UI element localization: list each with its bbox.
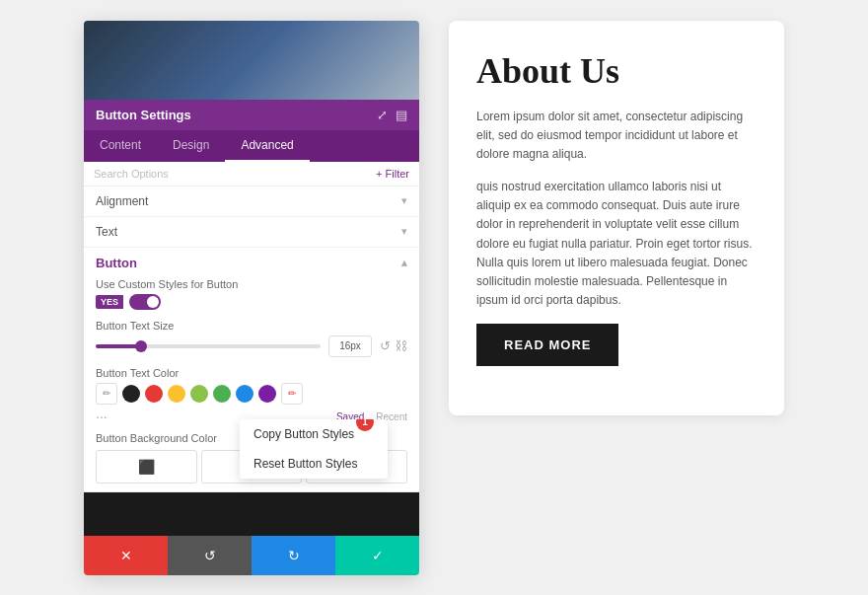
reset-button-styles-item[interactable]: Reset Button Styles: [240, 449, 388, 479]
tab-advanced[interactable]: Advanced: [225, 130, 309, 162]
color-swatch-black[interactable]: [122, 385, 140, 403]
panel-search-bar: Search Options + Filter: [84, 162, 419, 186]
text-size-slider-row: 16px ↺ ⛓: [96, 335, 407, 357]
filter-button[interactable]: + Filter: [376, 168, 409, 180]
panel-title: Button Settings: [96, 108, 191, 122]
context-menu-badge: 1: [356, 419, 374, 431]
text-label: Text: [96, 225, 117, 239]
color-picker-icon[interactable]: ✏: [96, 383, 117, 405]
copy-button-styles-item[interactable]: Copy Button Styles: [240, 419, 368, 449]
text-size-label: Button Text Size: [96, 320, 407, 332]
redo-icon: ↻: [288, 548, 300, 563]
text-color-label: Button Text Color: [96, 367, 407, 379]
custom-styles-field: Use Custom Styles for Button YES: [96, 278, 407, 310]
confirm-icon: ✓: [372, 548, 384, 563]
preview-title: About Us: [476, 50, 757, 92]
color-swatch-yellow[interactable]: [168, 385, 185, 403]
button-collapse-icon[interactable]: ▴: [401, 257, 407, 269]
panel-hero-image: [84, 21, 419, 100]
tab-design[interactable]: Design: [157, 130, 225, 162]
alignment-section-row[interactable]: Alignment ▾: [84, 186, 419, 217]
settings-panel: Button Settings ⤢ ▤ Content Design Advan…: [84, 21, 419, 575]
reset-slider-icon[interactable]: ↺: [380, 338, 391, 353]
read-more-button[interactable]: READ MORE: [476, 324, 618, 366]
color-swatch-purple[interactable]: [258, 385, 276, 403]
preview-text-2: quis nostrud exercitation ullamco labori…: [476, 178, 757, 310]
alignment-label: Alignment: [96, 194, 148, 208]
toggle-thumb: [147, 296, 159, 308]
text-size-field: Button Text Size 16px ↺ ⛓: [96, 320, 407, 357]
slider-thumb[interactable]: [135, 340, 147, 352]
cancel-button[interactable]: ✕: [84, 536, 168, 575]
sidebar-icon[interactable]: ▤: [396, 108, 407, 122]
slider-action-buttons: ↺ ⛓: [380, 338, 407, 353]
cancel-icon: ✕: [120, 548, 132, 563]
panel-bottom-bar: ✕ ↺ ↻ ✓: [84, 536, 419, 575]
preview-panel: About Us Lorem ipsum dolor sit amet, con…: [449, 21, 784, 415]
undo-button[interactable]: ↺: [168, 536, 252, 575]
alignment-chevron-icon: ▾: [401, 194, 407, 207]
color-swatch-green[interactable]: [213, 385, 231, 403]
panel-header: Button Settings ⤢ ▤: [84, 100, 419, 130]
context-menu: Copy Button Styles 1 Reset Button Styles: [240, 419, 388, 479]
confirm-button[interactable]: ✓: [335, 536, 419, 575]
text-size-slider[interactable]: [96, 344, 321, 348]
text-color-field: Button Text Color ✏ ✏ ···: [96, 367, 407, 424]
text-size-value[interactable]: 16px: [328, 335, 372, 357]
button-section-title-label: Button: [96, 256, 137, 270]
panel-header-actions: ⤢ ▤: [377, 108, 407, 122]
text-section-row[interactable]: Text ▾ Copy Button Styles 1 Reset Button…: [84, 217, 419, 248]
search-placeholder[interactable]: Search Options: [94, 168, 169, 180]
panel-body: Alignment ▾ Text ▾ Copy Button Styles 1 …: [84, 186, 419, 536]
pencil-icon[interactable]: ✏: [281, 383, 303, 405]
context-menu-wrapper: Copy Button Styles 1: [240, 419, 368, 449]
toggle-yes-label: YES: [96, 295, 123, 309]
expand-icon[interactable]: ⤢: [377, 108, 388, 122]
dark-preview-bar: [84, 492, 419, 536]
button-section-header: Button ▴: [96, 256, 407, 270]
color-swatch-blue[interactable]: [236, 385, 253, 403]
color-swatch-lightgreen[interactable]: [190, 385, 208, 403]
color-swatches: ✏ ✏: [96, 383, 407, 405]
custom-styles-toggle[interactable]: YES: [96, 294, 407, 310]
redo-button[interactable]: ↻: [252, 536, 335, 575]
color-swatch-red[interactable]: [145, 385, 163, 403]
toggle-track[interactable]: [129, 294, 161, 310]
more-options-icon[interactable]: ···: [96, 409, 108, 424]
panel-tabs: Content Design Advanced: [84, 130, 419, 162]
tab-content[interactable]: Content: [84, 130, 157, 162]
preview-text-1: Lorem ipsum dolor sit amet, consectetur …: [476, 108, 757, 165]
link-slider-icon[interactable]: ⛓: [395, 338, 407, 353]
bg-color-solid[interactable]: ⬛: [96, 450, 197, 483]
text-chevron-icon: ▾: [401, 225, 407, 238]
custom-styles-label: Use Custom Styles for Button: [96, 278, 407, 290]
undo-icon: ↺: [204, 548, 216, 563]
